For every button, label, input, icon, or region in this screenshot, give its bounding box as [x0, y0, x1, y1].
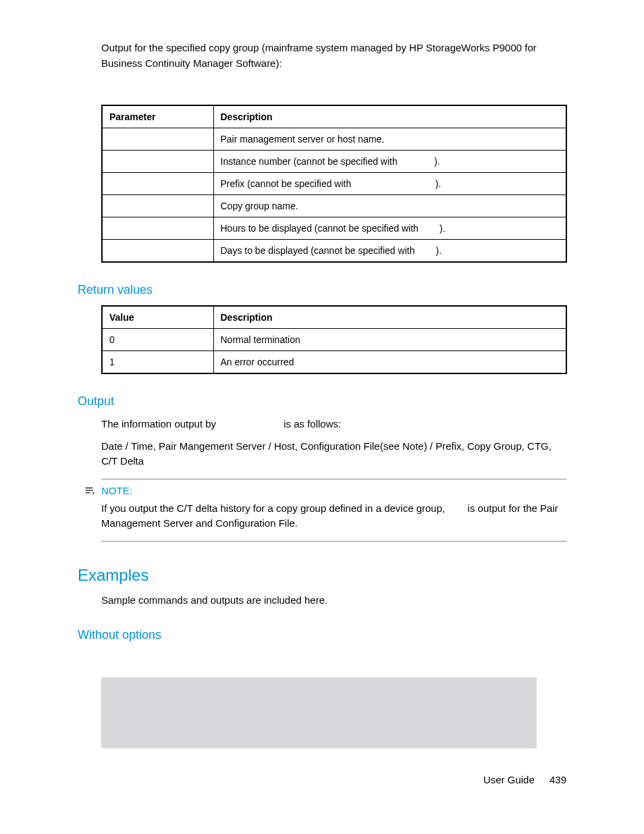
table-row: Prefix (cannot be specified with ).: [102, 173, 566, 195]
note-text: If you output the C/T delta history for …: [101, 501, 566, 531]
table-row: Days to be displayed (cannot be specifie…: [102, 240, 566, 263]
table-cell: Prefix (cannot be specified with ).: [213, 173, 566, 195]
output-paragraph: The information output by is as follows:: [101, 417, 566, 432]
note-label: NOTE:: [101, 485, 132, 496]
note-icon: [84, 485, 96, 497]
output-heading: Output: [78, 394, 566, 409]
page-footer: User Guide 439: [483, 774, 566, 785]
table-row: Hours to be displayed (cannot be specifi…: [102, 217, 566, 240]
footer-label: User Guide: [483, 774, 535, 785]
table-row: 1 An error occurred: [102, 351, 566, 374]
parameter-table: Parameter Description Pair management se…: [101, 105, 567, 263]
table-row: Pair management server or host name.: [102, 128, 566, 151]
intro-paragraph: Output for the specified copy group (mai…: [101, 41, 566, 71]
table-cell: [102, 240, 213, 263]
table-cell: Days to be displayed (cannot be specifie…: [213, 240, 566, 263]
output-fields: Date / Time, Pair Mangement Server / Hos…: [101, 439, 566, 469]
table-cell: Hours to be displayed (cannot be specifi…: [213, 217, 566, 240]
table-cell: [102, 217, 213, 240]
table-row: Instance number (cannot be specified wit…: [102, 151, 566, 173]
table-cell: Normal termination: [213, 329, 566, 351]
table-header: Description: [213, 105, 566, 128]
table-cell: An error occurred: [213, 351, 566, 374]
code-block: [101, 677, 537, 748]
table-cell: 0: [102, 329, 213, 351]
table-header: Description: [213, 306, 566, 329]
table-cell: [102, 151, 213, 173]
footer-page-number: 439: [549, 774, 566, 785]
return-values-table: Value Description 0 Normal termination 1…: [101, 305, 567, 374]
table-row: 0 Normal termination: [102, 329, 566, 351]
note-separator: [101, 479, 566, 479]
table-cell: 1: [102, 351, 213, 374]
table-header: Value: [102, 306, 213, 329]
note-separator: [101, 541, 566, 542]
without-options-heading: Without options: [78, 628, 566, 642]
table-cell: Copy group name.: [213, 195, 566, 217]
table-cell: [102, 173, 213, 195]
examples-heading: Examples: [78, 566, 566, 585]
return-values-heading: Return values: [78, 283, 566, 297]
table-cell: [102, 128, 213, 151]
table-cell: Instance number (cannot be specified wit…: [213, 151, 566, 173]
examples-intro: Sample commands and outputs are included…: [101, 593, 566, 608]
table-cell: Pair management server or host name.: [213, 128, 566, 151]
table-cell: [102, 195, 213, 217]
table-header: Parameter: [102, 105, 213, 128]
table-row: Copy group name.: [102, 195, 566, 217]
